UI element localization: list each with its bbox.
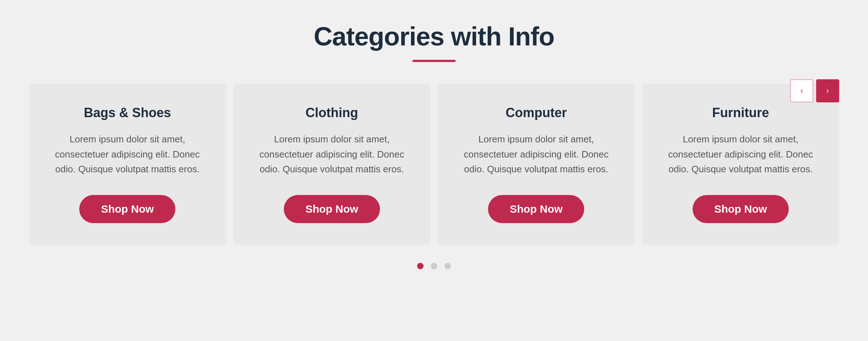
shop-now-button-computer[interactable]: Shop Now — [488, 195, 584, 223]
prev-button[interactable]: ‹ — [790, 79, 813, 102]
card-bags-shoes: Bags & Shoes Lorem ipsum dolor sit amet,… — [29, 84, 226, 245]
card-description-computer: Lorem ipsum dolor sit amet, consectetuer… — [456, 132, 617, 177]
card-title-furniture: Furniture — [712, 105, 769, 120]
title-underline — [412, 60, 456, 62]
cards-container: Bags & Shoes Lorem ipsum dolor sit amet,… — [29, 84, 839, 245]
card-furniture: Furniture Lorem ipsum dolor sit amet, co… — [642, 84, 840, 245]
dots-container — [417, 263, 451, 269]
section-title: Categories with Info — [314, 22, 554, 51]
next-button[interactable]: › — [816, 79, 839, 102]
dot-1[interactable] — [417, 263, 424, 269]
dot-2[interactable] — [431, 263, 437, 269]
card-clothing: Clothing Lorem ipsum dolor sit amet, con… — [233, 84, 431, 245]
card-title-clothing: Clothing — [305, 105, 358, 120]
dot-3[interactable] — [444, 263, 451, 269]
shop-now-button-clothing[interactable]: Shop Now — [284, 195, 380, 223]
shop-now-button-bags-shoes[interactable]: Shop Now — [79, 195, 175, 223]
card-computer: Computer Lorem ipsum dolor sit amet, con… — [438, 84, 635, 245]
card-title-computer: Computer — [506, 105, 567, 120]
card-title-bags-shoes: Bags & Shoes — [84, 105, 171, 120]
page-wrapper: Categories with Info ‹ › Bags & Shoes Lo… — [0, 0, 868, 341]
shop-now-button-furniture[interactable]: Shop Now — [693, 195, 789, 223]
nav-buttons: ‹ › — [790, 79, 839, 102]
card-description-bags-shoes: Lorem ipsum dolor sit amet, consectetuer… — [47, 132, 208, 177]
card-description-furniture: Lorem ipsum dolor sit amet, consectetuer… — [660, 132, 822, 177]
card-description-clothing: Lorem ipsum dolor sit amet, consectetuer… — [251, 132, 413, 177]
